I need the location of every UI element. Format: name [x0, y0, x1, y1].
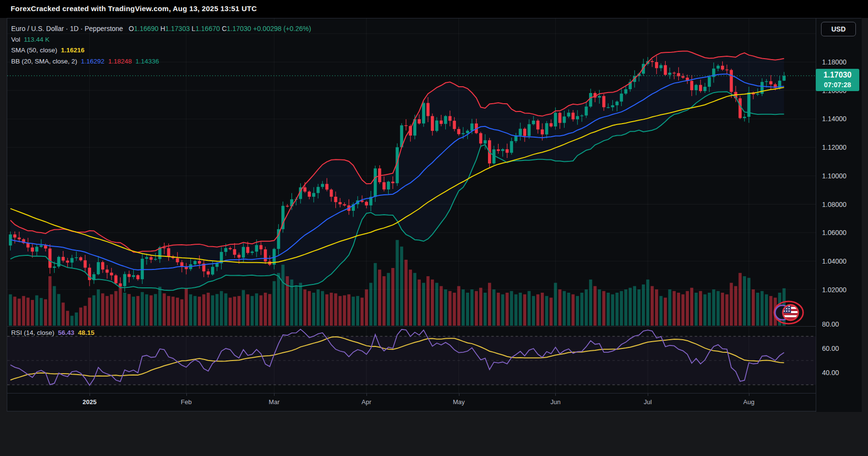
price-axis-label: 1.12000	[822, 143, 847, 152]
candle-body	[554, 113, 557, 126]
candle-body	[721, 66, 724, 70]
candle-body	[655, 62, 658, 68]
bb-label[interactable]: BB (20, SMA, close, 2)	[11, 58, 77, 65]
candle-body	[233, 249, 236, 254]
candle-body	[703, 87, 706, 91]
volume-bar	[457, 286, 460, 326]
volume-bar	[541, 293, 544, 326]
volume-row[interactable]: Vol 113.44 K	[11, 34, 311, 46]
symbol-title[interactable]: Euro / U.S. Dollar	[11, 25, 64, 32]
candle-body	[338, 202, 341, 204]
volume-bar	[228, 298, 231, 326]
volume-bar	[176, 298, 179, 326]
price-axis-label: 1.10000	[822, 172, 847, 180]
volume-bar	[114, 291, 117, 326]
volume-bar	[365, 289, 368, 326]
volume-bar	[585, 289, 588, 326]
candle-body	[532, 121, 535, 124]
candle-body	[154, 259, 157, 260]
volume-bar	[422, 283, 425, 326]
volume-bar	[277, 273, 280, 326]
volume-bar	[369, 283, 372, 326]
volume-bar	[27, 298, 30, 326]
volume-bar	[22, 296, 25, 326]
currency-toggle-button[interactable]: USD	[821, 22, 856, 36]
candle-body	[207, 271, 210, 274]
sma-value: 1.16216	[61, 47, 85, 54]
volume-bar	[716, 291, 719, 326]
candle-body	[607, 107, 609, 108]
volume-bar	[642, 284, 645, 326]
candle-body	[123, 274, 126, 286]
candle-body	[286, 206, 289, 207]
candle-body	[259, 245, 262, 250]
ohlc-low-label: L	[192, 25, 196, 32]
rsi-label[interactable]: RSI (14, close)	[11, 329, 54, 336]
volume-bar	[106, 296, 108, 326]
volume-bar	[677, 293, 680, 326]
time-axis-tick	[648, 393, 648, 396]
candle-body	[769, 81, 772, 84]
timeframe[interactable]: 1D	[70, 25, 78, 32]
candle-body	[431, 116, 434, 131]
candle-body	[176, 258, 179, 263]
candle-body	[716, 66, 719, 69]
time-scale[interactable]: 2025FebMarAprMayJunJulAug	[7, 393, 816, 411]
volume-bar	[672, 291, 675, 326]
candle-body	[308, 191, 311, 197]
sma-row[interactable]: SMA (50, close) 1.16216	[11, 45, 311, 56]
pane-separator[interactable]	[7, 326, 862, 327]
volume-bar	[549, 298, 552, 326]
bb-row[interactable]: BB (20, SMA, close, 2) 1.16292 1.18248 1…	[11, 56, 311, 67]
price-scale[interactable]: USD 1.17030 07:07:28 1.180001.160001.140…	[816, 18, 862, 412]
volume-bar	[215, 294, 218, 326]
volume-bar	[264, 293, 267, 326]
candle-body	[40, 245, 43, 247]
volume-bar	[440, 286, 442, 326]
volume-bar	[699, 291, 702, 326]
volume-bar	[17, 299, 20, 326]
candle-body	[84, 260, 87, 267]
footer: TradingView	[0, 412, 868, 456]
symbol-row[interactable]: Euro / U.S. Dollar · 1D · Pepperstone O1…	[11, 23, 311, 34]
price-change: +0.00298 (+0.26%)	[253, 25, 311, 32]
time-axis-tick	[186, 393, 187, 396]
time-axis-label: Mar	[269, 398, 279, 406]
volume-bar	[739, 273, 742, 326]
volume-bar	[137, 296, 139, 326]
volume-bar	[462, 289, 465, 326]
rsi-legend[interactable]: RSI (14, close) 56.43 48.15	[11, 329, 94, 336]
rsi-axis-label: 40.00	[822, 368, 839, 377]
broker: Pepperstone	[85, 25, 123, 32]
price-axis-label: 1.04000	[822, 257, 847, 266]
candle-body	[549, 123, 552, 126]
rsi-pane[interactable]	[7, 327, 816, 393]
candle-body	[576, 116, 579, 120]
volume-bar	[532, 296, 535, 326]
candle-body	[304, 188, 306, 192]
volume-bar	[189, 294, 192, 326]
sma-label[interactable]: SMA (50, close)	[11, 47, 57, 54]
candle-body	[141, 259, 144, 279]
volume-bar	[273, 281, 275, 326]
candle-body	[334, 197, 337, 202]
volume-bar	[396, 240, 398, 326]
volume-bar	[426, 276, 429, 326]
volume-bar	[132, 297, 135, 326]
volume-bar	[79, 308, 82, 326]
candle-body	[110, 273, 113, 276]
volume-bar	[576, 296, 579, 326]
usd-flag-icon	[771, 299, 805, 327]
candle-body	[505, 149, 508, 153]
candle-body	[497, 149, 500, 151]
candle-body	[440, 121, 442, 124]
candle-body	[567, 112, 570, 116]
candle-body	[444, 116, 447, 124]
volume-bar	[563, 291, 565, 326]
candle-body	[589, 93, 592, 107]
candle-body	[228, 248, 231, 249]
volume-bar	[70, 316, 73, 326]
candle-body	[251, 252, 254, 253]
volume-bar	[97, 289, 100, 326]
candle-body	[602, 96, 605, 107]
